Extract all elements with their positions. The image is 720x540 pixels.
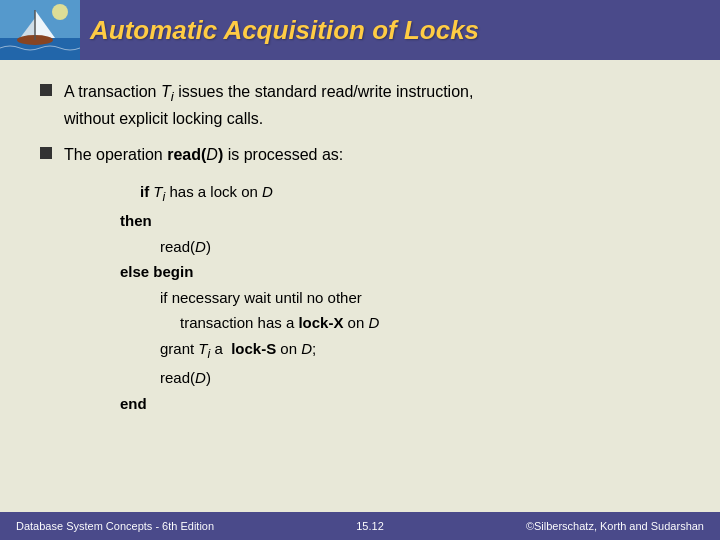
slide-title: Automatic Acquisition of Locks [90, 15, 479, 46]
footer: Database System Concepts - 6th Edition 1… [0, 512, 720, 540]
bullet-1: A transaction Ti issues the standard rea… [40, 80, 680, 131]
footer-center: 15.12 [356, 520, 384, 532]
content-area: A transaction Ti issues the standard rea… [0, 60, 720, 512]
bullet-square-2 [40, 147, 52, 159]
code-line-1: if Ti has a lock on D [140, 179, 680, 208]
code-line-4: else begin [120, 259, 680, 285]
code-block: if Ti has a lock on D then read(D) else … [120, 179, 680, 416]
bullet-text-2: The operation read(D) is processed as: [64, 143, 343, 167]
footer-right: ©Silberschatz, Korth and Sudarshan [526, 520, 704, 532]
code-line-6: transaction has a lock-X on D [180, 310, 680, 336]
header: Automatic Acquisition of Locks [0, 0, 720, 60]
code-line-5: if necessary wait until no other [160, 285, 680, 311]
code-line-8: read(D) [160, 365, 680, 391]
slide: Automatic Acquisition of Locks A transac… [0, 0, 720, 540]
footer-left: Database System Concepts - 6th Edition [16, 520, 214, 532]
code-line-7: grant Ti a lock-S on D; [160, 336, 680, 365]
code-line-3: read(D) [160, 234, 680, 260]
bullet-square-1 [40, 84, 52, 96]
code-line-2: then [120, 208, 680, 234]
bullet-2: The operation read(D) is processed as: [40, 143, 680, 167]
svg-point-2 [52, 4, 68, 20]
code-line-9: end [120, 391, 680, 417]
header-image [0, 0, 80, 60]
bullet-text-1: A transaction Ti issues the standard rea… [64, 80, 473, 131]
